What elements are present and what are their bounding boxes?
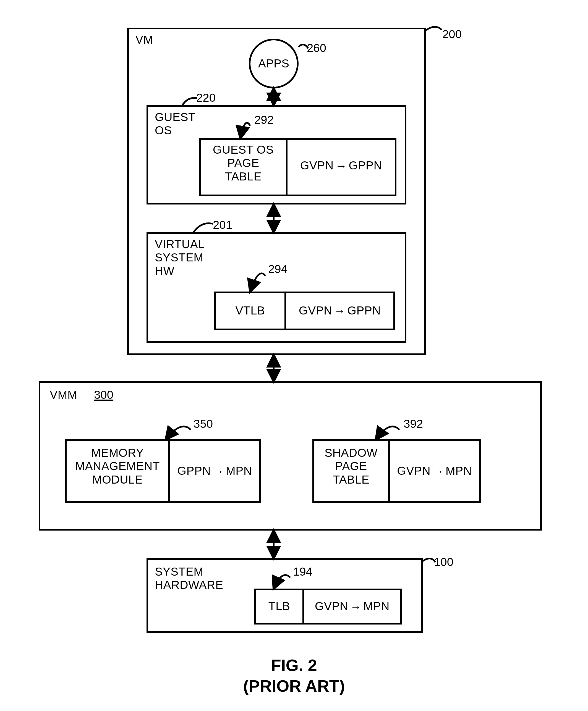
gvpn-mpn-rhs-2: MPN xyxy=(363,600,390,613)
ref-vmm: 300 xyxy=(94,388,113,402)
gvpn-mpn-rhs: MPN xyxy=(446,464,472,477)
gvpn-gppn-rhs-2: GPPN xyxy=(347,304,381,317)
apps-circle: APPS xyxy=(249,39,298,88)
gvpn-gppn-2: GVPN → GPPN xyxy=(285,304,395,317)
figure-title: FIG. 2 (PRIOR ART) xyxy=(0,655,588,696)
ref-apps: 260 xyxy=(307,41,326,55)
diagram-canvas: VM 200 APPS 260 GUEST OS 220 GUEST OS PA… xyxy=(0,0,588,711)
gvpn-gppn-1: GVPN → GPPN xyxy=(286,159,396,172)
ref-vtlb: 294 xyxy=(268,262,288,276)
vtlb-label: VTLB xyxy=(214,304,286,317)
tlb-label: TLB xyxy=(254,600,304,613)
gvpn-mpn-2: GVPN → MPN xyxy=(302,600,402,613)
ref-guest-page-table: 292 xyxy=(254,113,274,127)
shadow-pt-label: SHADOW PAGE TABLE xyxy=(312,446,390,486)
gvpn-mpn-lhs: GVPN xyxy=(397,464,430,477)
vmm-label: VMM xyxy=(50,388,78,402)
gppn-mpn-rhs: MPN xyxy=(226,464,252,477)
ref-vm: 200 xyxy=(442,28,462,41)
gvpn-gppn-rhs: GPPN xyxy=(349,159,382,172)
right-arrow-icon: → xyxy=(432,466,444,477)
ref-sys-hw: 100 xyxy=(434,555,454,569)
vm-label: VM xyxy=(135,33,153,46)
figure-title-line2: (PRIOR ART) xyxy=(0,676,588,696)
right-arrow-icon: → xyxy=(350,601,362,612)
gppn-mpn: GPPN → MPN xyxy=(168,464,261,477)
ref-guest-os: 220 xyxy=(196,91,216,105)
right-arrow-icon: → xyxy=(212,466,224,477)
gvpn-mpn-1: GVPN → MPN xyxy=(388,464,481,477)
right-arrow-icon: → xyxy=(335,160,347,172)
mem-mgmt-label: MEMORY MANAGEMENT MODULE xyxy=(65,446,170,486)
sys-hw-label: SYSTEM HARDWARE xyxy=(155,565,223,592)
guest-os-label: GUEST OS xyxy=(155,110,195,137)
ref-tlb: 194 xyxy=(293,565,312,578)
figure-title-line1: FIG. 2 xyxy=(0,655,588,676)
ref-virtual-hw: 201 xyxy=(213,218,232,232)
gvpn-gppn-lhs: GVPN xyxy=(300,159,334,172)
virtual-hw-label: VIRTUAL SYSTEM HW xyxy=(155,238,205,278)
gppn-mpn-lhs: GPPN xyxy=(177,464,211,477)
ref-mem-mgmt: 350 xyxy=(193,417,213,431)
gvpn-mpn-lhs-2: GVPN xyxy=(315,600,348,613)
guest-page-table-label: GUEST OS PAGE TABLE xyxy=(199,143,288,183)
gvpn-gppn-lhs-2: GVPN xyxy=(299,304,332,317)
apps-label: APPS xyxy=(258,57,289,70)
right-arrow-icon: → xyxy=(334,305,346,317)
ref-shadow-pt: 392 xyxy=(404,417,423,431)
